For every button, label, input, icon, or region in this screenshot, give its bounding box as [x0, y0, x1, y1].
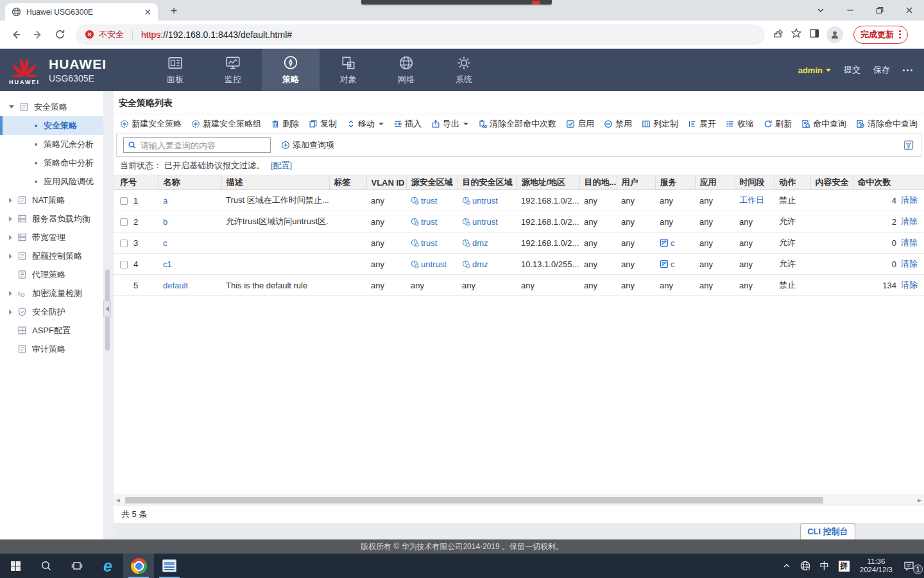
nav-item-system[interactable]: 系统 — [435, 49, 493, 91]
browser-tab[interactable]: Huawei USG6300E ✕ — [5, 3, 158, 21]
row-checkbox[interactable] — [120, 197, 128, 205]
save-button[interactable]: 保存 — [873, 64, 890, 76]
url-text[interactable]: https://192.168.0.1:8443/default.html# — [141, 30, 292, 40]
add-query-button[interactable]: 添加查询项 — [281, 139, 334, 151]
hit-query-button[interactable]: 命中查询 — [801, 118, 846, 130]
side-panel-icon[interactable] — [809, 28, 820, 41]
sidebar-group-security-policy[interactable]: 安全策略 — [0, 98, 103, 116]
sidebar-item-app-risk-tuning[interactable]: 应用风险调优 — [0, 172, 103, 191]
row-checkbox[interactable] — [120, 261, 128, 268]
insert-button[interactable]: 插入 — [393, 118, 422, 130]
disable-button[interactable]: 禁用 — [604, 118, 632, 130]
forward-icon[interactable] — [27, 24, 49, 46]
time-range-link[interactable]: 工作日 — [739, 195, 764, 205]
refresh-icon[interactable] — [49, 24, 71, 46]
move-button[interactable]: 移动 — [346, 118, 384, 130]
clear-hits-link[interactable]: 清除 — [901, 258, 918, 270]
window-close-icon[interactable] — [894, 0, 924, 21]
security-label[interactable]: 不安全 — [99, 29, 124, 40]
create-policy-button[interactable]: 新建安全策略 — [120, 118, 182, 130]
sidebar-group-bandwidth[interactable]: 带宽管理 — [0, 228, 103, 247]
clear-hit-query-button[interactable]: 清除命中查询 — [856, 118, 918, 130]
export-button[interactable]: 导出 — [431, 118, 468, 130]
user-menu[interactable]: admin — [798, 66, 831, 75]
clear-hits-link[interactable]: 清除 — [901, 237, 918, 249]
policy-name-link[interactable]: c1 — [163, 259, 172, 269]
policy-name-link[interactable]: c — [163, 238, 167, 248]
sidebar-item-audit-policy[interactable]: 审计策略 — [0, 340, 103, 358]
sidebar-item-proxy-policy[interactable]: 代理策略 — [0, 265, 103, 284]
taskbar-search-button[interactable] — [31, 554, 62, 578]
ime-language-indicator[interactable]: 中 — [816, 554, 834, 578]
window-chevron-icon[interactable] — [806, 0, 835, 21]
sidebar-item-policy-redundancy[interactable]: 策略冗余分析 — [0, 135, 103, 153]
window-minimize-icon[interactable] — [835, 0, 865, 21]
row-checkbox[interactable] — [120, 240, 128, 247]
clear-all-hits-button[interactable]: 清除全部命中次数 — [478, 118, 556, 130]
enable-button[interactable]: 启用 — [566, 118, 594, 130]
policy-name-link[interactable]: b — [163, 217, 167, 227]
cli-console-button[interactable]: CLI 控制台 — [800, 523, 855, 539]
nav-item-dashboard[interactable]: 面板 — [146, 49, 204, 91]
kebab-menu-icon[interactable] — [899, 30, 901, 39]
horizontal-scrollbar[interactable]: ◄ ► — [114, 495, 924, 505]
search-input[interactable] — [141, 141, 266, 150]
sidebar-item-aspf-config[interactable]: ASPF配置 — [0, 321, 103, 340]
sidebar-item-security-policy[interactable]: 安全策略 — [0, 116, 103, 135]
row-checkbox[interactable] — [120, 218, 128, 226]
sidebar-item-policy-hit-analysis[interactable]: 策略命中分析 — [0, 153, 103, 172]
expand-button[interactable]: 展开 — [688, 118, 716, 130]
refresh-button[interactable]: 刷新 — [764, 118, 792, 130]
taskbar-chrome-button[interactable] — [123, 554, 154, 578]
column-customize-button[interactable]: 列定制 — [642, 118, 678, 130]
browser-update-button[interactable]: 完成更新 — [853, 26, 908, 44]
profile-avatar[interactable] — [826, 26, 843, 43]
back-icon[interactable] — [5, 24, 27, 46]
window-restore-icon[interactable] — [865, 0, 894, 21]
share-icon[interactable] — [773, 28, 784, 41]
policy-name-link[interactable]: a — [163, 196, 167, 206]
overlay-red-indicator — [532, 1, 540, 4]
taskbar-clock[interactable]: 11:362024/12/3 — [854, 557, 898, 574]
cell-hits: 134清除 — [853, 275, 924, 296]
configure-link[interactable]: [配置] — [271, 160, 292, 171]
taskbar-ie-button[interactable]: e — [92, 554, 123, 578]
delete-button[interactable]: 删除 — [271, 118, 299, 130]
sidebar-group-security-protection[interactable]: 安全防护 — [0, 302, 103, 321]
clear-hits-link[interactable]: 清除 — [901, 279, 918, 291]
search-box[interactable] — [123, 137, 271, 153]
collapse-button[interactable]: 收缩 — [726, 118, 754, 130]
submit-button[interactable]: 提交 — [844, 64, 860, 76]
notification-center-button[interactable]: 1 — [898, 554, 924, 578]
nav-item-policy[interactable]: 策略 — [262, 49, 320, 91]
scroll-left-icon[interactable]: ◄ — [114, 497, 123, 504]
advanced-query-icon[interactable] — [903, 139, 914, 151]
nav-item-object[interactable]: 对象 — [320, 49, 377, 91]
clear-hits-link[interactable]: 清除 — [901, 195, 918, 206]
start-button[interactable] — [0, 554, 31, 578]
nav-item-monitor[interactable]: 监控 — [204, 49, 262, 91]
cell-action: 允许 — [774, 211, 810, 232]
copy-button[interactable]: 复制 — [309, 118, 337, 130]
sidebar-group-nat-policy[interactable]: NAT策略 — [0, 191, 103, 209]
sidebar-collapse-handle[interactable] — [103, 301, 111, 317]
sidebar-group-quota-control[interactable]: 配额控制策略 — [0, 247, 103, 265]
scrollbar-thumb[interactable] — [125, 497, 823, 504]
tab-close-icon[interactable]: ✕ — [144, 8, 151, 17]
task-view-button[interactable] — [62, 554, 92, 578]
new-tab-button[interactable]: + — [166, 3, 182, 20]
more-icon[interactable] — [903, 69, 912, 71]
sidebar-group-encrypted-traffic[interactable]: 加密流量检测 — [0, 284, 103, 302]
ime-mode-indicator[interactable]: 拼 — [834, 554, 854, 578]
nav-item-network[interactable]: 网络 — [377, 49, 435, 91]
sidebar-group-server-load-balance[interactable]: 服务器负载均衡 — [0, 209, 103, 228]
create-policy-group-button[interactable]: 新建安全策略组 — [191, 118, 261, 130]
bookmark-star-icon[interactable] — [791, 28, 802, 41]
address-bar[interactable]: 不安全 https://192.168.0.1:8443/default.htm… — [76, 24, 765, 45]
scroll-right-icon[interactable]: ► — [915, 497, 924, 504]
taskbar-app-button[interactable] — [154, 554, 185, 578]
hidden-icons-chevron[interactable] — [778, 554, 795, 578]
network-globe-icon[interactable] — [795, 554, 816, 578]
policy-name-link[interactable]: default — [163, 281, 188, 290]
clear-hits-link[interactable]: 清除 — [901, 216, 918, 227]
